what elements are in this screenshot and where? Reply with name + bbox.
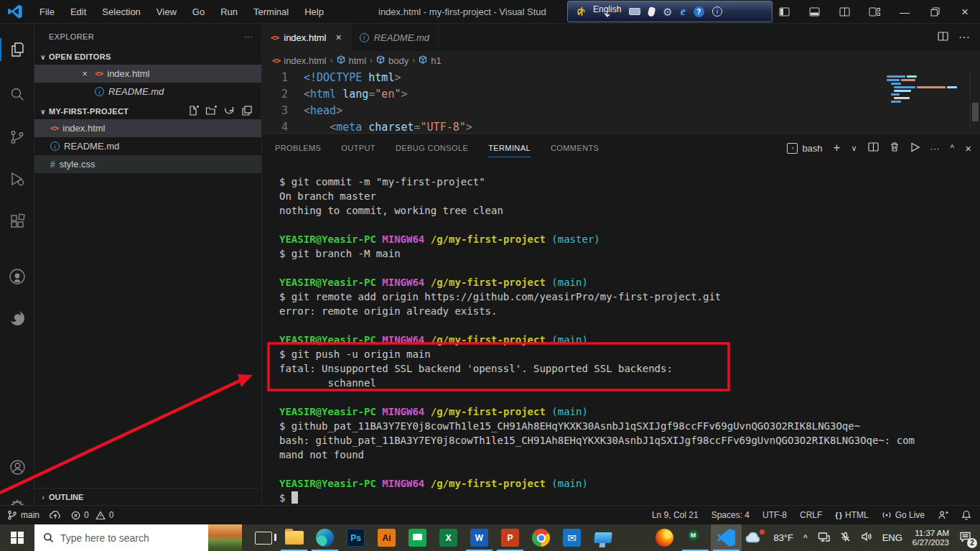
restore-button[interactable] bbox=[920, 0, 950, 24]
volume-icon[interactable] bbox=[861, 532, 872, 544]
kill-terminal-icon[interactable] bbox=[890, 142, 900, 154]
task-view-button[interactable] bbox=[248, 524, 279, 551]
taskbar-app-remote-desktop[interactable] bbox=[587, 524, 618, 551]
breadcrumb-file[interactable]: index.html bbox=[284, 55, 326, 66]
search-icon[interactable] bbox=[0, 78, 34, 110]
branch-indicator[interactable]: main bbox=[7, 510, 39, 520]
accounts-icon[interactable] bbox=[0, 451, 34, 483]
editor-scrollbar[interactable] bbox=[970, 70, 980, 133]
new-folder-icon[interactable] bbox=[205, 105, 217, 118]
menu-help[interactable]: Help bbox=[297, 0, 332, 23]
microphone-muted-icon[interactable] bbox=[840, 532, 851, 545]
taskbar-app-word[interactable]: W bbox=[464, 524, 495, 551]
explorer-more-actions-icon[interactable]: ··· bbox=[244, 32, 253, 41]
terminal-output[interactable]: $ git commit -m "my-first-project"On bra… bbox=[262, 162, 980, 505]
taskbar-app-edge[interactable] bbox=[309, 524, 340, 551]
taskbar-app-mail[interactable]: ✉ bbox=[556, 524, 587, 551]
close-editor-icon[interactable]: × bbox=[79, 68, 90, 79]
temperature-label[interactable]: 83°F bbox=[773, 532, 793, 543]
tab-index-html[interactable]: <> index.html × bbox=[262, 24, 351, 51]
tab-readme-md[interactable]: i README.md bbox=[351, 24, 439, 51]
file-readme-md[interactable]: i README.md bbox=[34, 137, 261, 155]
notification-center[interactable]: 2 bbox=[959, 531, 973, 545]
keyboard-icon[interactable] bbox=[629, 8, 640, 15]
split-editor-icon[interactable] bbox=[938, 31, 948, 45]
taskbar-app-file-explorer[interactable] bbox=[279, 524, 309, 551]
taskbar-app-powerpoint[interactable]: P bbox=[495, 524, 526, 551]
help-icon[interactable]: ? bbox=[694, 6, 704, 17]
taskbar-app-firefox[interactable] bbox=[649, 524, 680, 551]
taskbar-app-excel[interactable]: X bbox=[433, 524, 464, 551]
taskbar-app-photoshop[interactable]: Ps bbox=[340, 524, 371, 551]
toggle-panel-icon[interactable] bbox=[799, 0, 829, 24]
code-line[interactable]: 1<!DOCTYPE html> bbox=[262, 70, 980, 86]
file-index-html[interactable]: <> index.html bbox=[34, 119, 261, 137]
code-line[interactable]: 4 <meta charset="UTF-8"> bbox=[262, 119, 980, 133]
go-live-button[interactable]: Go Live bbox=[882, 510, 925, 520]
input-language-indicator[interactable]: ENG bbox=[882, 532, 902, 543]
outline-section[interactable]: › OUTLINE bbox=[34, 488, 261, 505]
new-terminal-icon[interactable]: + bbox=[834, 141, 841, 155]
taskbar-app-chrome-m[interactable]: M bbox=[680, 524, 711, 551]
shell-selector[interactable]: › bash bbox=[787, 143, 822, 154]
split-terminal-icon[interactable] bbox=[868, 142, 879, 154]
tab-problems[interactable]: PROBLEMS bbox=[275, 134, 321, 162]
search-highlight-image[interactable] bbox=[208, 524, 242, 551]
editor-more-actions-icon[interactable]: ··· bbox=[958, 31, 970, 44]
code-editor[interactable]: 1<!DOCTYPE html>2<html lang="en">3<head>… bbox=[262, 70, 980, 133]
project-folder-header[interactable]: ∨ MY-FIRST-PROJECT bbox=[34, 103, 261, 119]
network-icon[interactable] bbox=[818, 532, 830, 545]
tab-comments[interactable]: COMMENTS bbox=[551, 134, 599, 162]
run-task-icon[interactable] bbox=[910, 142, 920, 154]
language-selector[interactable]: English bbox=[593, 6, 621, 17]
avro-logo-icon[interactable] bbox=[575, 6, 585, 17]
tab-debug-console[interactable]: DEBUG CONSOLE bbox=[396, 134, 468, 162]
taskbar-search[interactable]: Type here to search bbox=[34, 524, 242, 551]
close-panel-icon[interactable]: × bbox=[965, 142, 971, 154]
problems-indicator[interactable]: 0 0 bbox=[71, 510, 113, 520]
open-editors-header[interactable]: ∨ OPEN EDITORS bbox=[34, 49, 261, 65]
code-line[interactable]: 3<head> bbox=[262, 103, 980, 119]
github-icon[interactable] bbox=[0, 261, 34, 292]
maximize-panel-icon[interactable]: ^ bbox=[951, 143, 955, 153]
menu-go[interactable]: Go bbox=[185, 0, 213, 23]
encoding[interactable]: UTF-8 bbox=[762, 510, 787, 520]
taskbar-app-chrome-profile[interactable] bbox=[618, 524, 649, 551]
feedback-icon[interactable] bbox=[938, 510, 948, 520]
langbar-settings-icon[interactable]: ⚙ bbox=[663, 6, 672, 17]
source-control-icon[interactable] bbox=[0, 121, 34, 153]
notifications-bell-icon[interactable] bbox=[961, 510, 971, 520]
open-editor-readme-md[interactable]: i README.md bbox=[34, 83, 261, 101]
breadcrumb-h1[interactable]: h1 bbox=[431, 55, 441, 66]
close-tab-icon[interactable]: × bbox=[336, 32, 342, 43]
code-line[interactable]: 2<html lang="en"> bbox=[262, 86, 980, 103]
menu-file[interactable]: File bbox=[32, 0, 62, 23]
start-button[interactable] bbox=[0, 524, 34, 551]
breadcrumb-body[interactable]: body bbox=[388, 55, 409, 66]
language-bar[interactable]: English ⚙ e ? i bbox=[567, 1, 773, 22]
customize-layout-icon[interactable] bbox=[859, 0, 890, 24]
language-mode[interactable]: { } HTML bbox=[835, 510, 868, 520]
minimap[interactable] bbox=[887, 75, 967, 104]
menu-run[interactable]: Run bbox=[213, 0, 246, 23]
refresh-icon[interactable] bbox=[223, 105, 235, 118]
edge-tools-icon[interactable] bbox=[0, 302, 34, 334]
tab-terminal[interactable]: TERMINAL bbox=[488, 134, 531, 162]
panel-more-actions-icon[interactable]: ··· bbox=[930, 143, 940, 154]
cursor-position[interactable]: Ln 9, Col 21 bbox=[652, 510, 699, 520]
file-style-css[interactable]: # style.css bbox=[34, 155, 261, 173]
close-button[interactable]: × bbox=[950, 0, 980, 24]
taskbar-app-vscode[interactable] bbox=[711, 524, 742, 551]
taskbar-app-illustrator[interactable]: Ai bbox=[371, 524, 402, 551]
new-file-icon[interactable] bbox=[187, 105, 199, 118]
menu-view[interactable]: View bbox=[149, 0, 185, 23]
weather-widget[interactable] bbox=[745, 531, 763, 545]
indentation[interactable]: Spaces: 4 bbox=[711, 510, 750, 520]
tab-output[interactable]: OUTPUT bbox=[341, 134, 375, 162]
run-debug-icon[interactable] bbox=[0, 163, 34, 195]
extensions-icon[interactable] bbox=[0, 206, 34, 238]
toggle-sidebar-icon[interactable] bbox=[769, 0, 799, 24]
about-icon[interactable]: i bbox=[712, 6, 722, 17]
publish-changes-icon[interactable] bbox=[50, 510, 61, 520]
menu-edit[interactable]: Edit bbox=[62, 0, 94, 23]
